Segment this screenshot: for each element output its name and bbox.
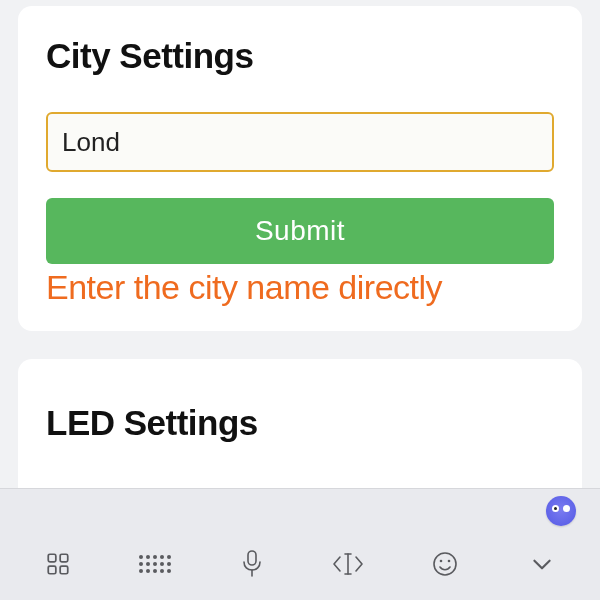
- city-settings-card: City Settings Submit Enter the city name…: [18, 6, 582, 331]
- svg-rect-3: [60, 566, 68, 574]
- svg-rect-0: [48, 554, 56, 562]
- soft-keyboard: [0, 488, 600, 600]
- dots-grid-icon[interactable]: [131, 544, 179, 584]
- chevron-down-icon[interactable]: [518, 544, 566, 584]
- svg-point-16: [153, 569, 157, 573]
- svg-point-12: [160, 562, 164, 566]
- svg-point-15: [146, 569, 150, 573]
- assistant-face-icon[interactable]: [546, 496, 576, 526]
- svg-point-24: [448, 560, 451, 563]
- emoji-icon[interactable]: [421, 544, 469, 584]
- svg-point-7: [160, 555, 164, 559]
- svg-point-9: [139, 562, 143, 566]
- keyboard-accessory-bar: [0, 489, 600, 533]
- svg-point-13: [167, 562, 171, 566]
- svg-point-23: [440, 560, 443, 563]
- microphone-icon[interactable]: [228, 544, 276, 584]
- grid-icon[interactable]: [34, 544, 82, 584]
- svg-point-22: [434, 553, 456, 575]
- city-input-wrap: [46, 76, 554, 172]
- keyboard-toolbar: [0, 533, 600, 600]
- city-settings-title: City Settings: [46, 36, 554, 76]
- svg-point-11: [153, 562, 157, 566]
- svg-point-18: [167, 569, 171, 573]
- svg-point-6: [153, 555, 157, 559]
- svg-rect-19: [248, 551, 256, 565]
- svg-rect-2: [48, 566, 56, 574]
- svg-point-4: [139, 555, 143, 559]
- svg-point-10: [146, 562, 150, 566]
- city-hint-text: Enter the city name directly: [46, 268, 554, 307]
- svg-rect-1: [60, 554, 68, 562]
- text-cursor-icon[interactable]: [324, 544, 372, 584]
- svg-point-17: [160, 569, 164, 573]
- submit-button[interactable]: Submit: [46, 198, 554, 264]
- led-settings-card: LED Settings: [18, 359, 582, 503]
- led-settings-title: LED Settings: [46, 403, 554, 443]
- svg-point-5: [146, 555, 150, 559]
- svg-point-14: [139, 569, 143, 573]
- city-name-input[interactable]: [46, 112, 554, 172]
- svg-point-8: [167, 555, 171, 559]
